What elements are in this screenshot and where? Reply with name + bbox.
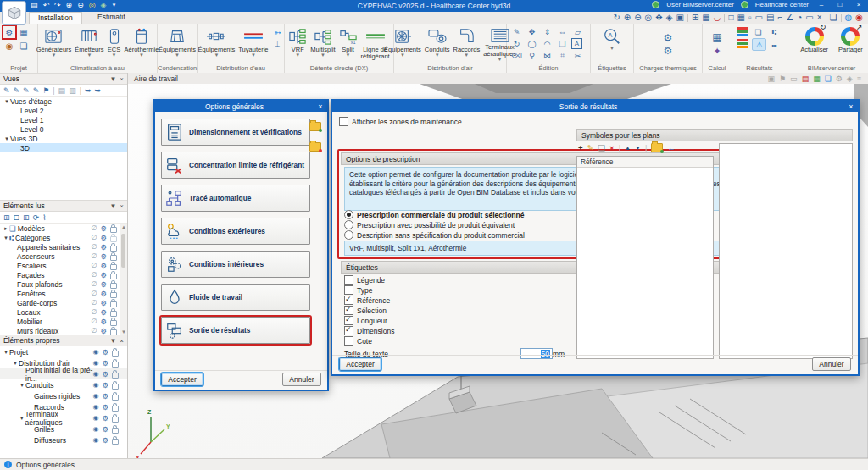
globe-icon[interactable]: ◍ <box>845 13 853 23</box>
gear-icon[interactable]: ⚙ <box>102 381 108 390</box>
visibility-icon[interactable]: ◉ <box>92 392 98 400</box>
app-logo[interactable] <box>2 1 26 25</box>
lock-icon[interactable] <box>110 255 117 261</box>
crop-icon[interactable]: ⌐ <box>777 13 782 23</box>
snap-grid-icon[interactable]: ⊞ <box>692 13 698 23</box>
align-h-icon[interactable]: ⇔ <box>556 26 569 37</box>
lock-icon[interactable] <box>110 311 117 317</box>
checkbox-icon[interactable] <box>344 306 353 315</box>
text-icon[interactable]: A <box>571 38 582 49</box>
orbit-icon[interactable]: ↻ <box>613 13 620 23</box>
visibility-icon[interactable]: ∅ <box>91 318 97 325</box>
pipe-riser-icon[interactable]: ⌶ <box>271 38 283 50</box>
checkbox-icon[interactable] <box>344 275 353 285</box>
gear-icon[interactable]: ⚙ <box>100 262 107 270</box>
ws-more-icon[interactable]: ≡ <box>857 75 861 83</box>
help-icon[interactable]: ◉ <box>855 13 863 23</box>
button-equipements-condensation[interactable]: Équipements▼ <box>158 25 197 63</box>
maintenance-checkbox-row[interactable]: Afficher les zones de maintenance <box>339 117 462 126</box>
radio-icon[interactable] <box>344 210 353 219</box>
warnings-icon[interactable]: ⚠ <box>752 38 766 51</box>
button-conditions-interieures[interactable]: Conditions intérieures <box>161 251 310 278</box>
scrollbar[interactable]: ▲▼ <box>120 224 127 335</box>
lock-icon[interactable] <box>112 439 119 445</box>
cancel-button[interactable]: Annuler <box>282 373 321 386</box>
match-icon[interactable]: ▱ <box>571 26 584 37</box>
visibility-icon[interactable]: ∅ <box>91 262 97 269</box>
comment-icon[interactable]: ▭ <box>805 13 813 23</box>
lock-icon[interactable] <box>110 274 117 279</box>
lock-icon[interactable] <box>112 395 119 401</box>
gear-icon[interactable]: ⚙ <box>102 359 108 368</box>
wizard-icon[interactable]: ✦ <box>711 45 723 57</box>
tree-item-category[interactable]: Garde-corps ∅⚙ <box>0 298 127 307</box>
dialog-titlebar[interactable]: Options générales × <box>155 101 327 112</box>
gear-icon[interactable]: ⚙ <box>102 436 108 445</box>
maximize-button[interactable]: □ <box>834 1 846 8</box>
button-actualiser[interactable]: ↻ Actualiser <box>799 25 829 63</box>
check-cote[interactable]: Cote <box>344 336 372 346</box>
tree-item-level0[interactable]: Level 0 <box>0 124 127 134</box>
circle-icon[interactable]: ◯ <box>526 38 538 49</box>
visibility-icon[interactable]: ◉ <box>92 348 98 356</box>
thermal-load-up-icon[interactable]: ⚙ <box>662 32 674 44</box>
rotate-icon[interactable]: ↻ <box>510 38 523 49</box>
radio-prescription-equivalent[interactable]: Prescription avec possibilité de produit… <box>344 220 515 229</box>
button-generateurs[interactable]: Générateurs▼ <box>36 25 73 63</box>
gear-icon[interactable]: ⚙ <box>102 392 108 401</box>
check-legende[interactable]: Légende <box>344 275 385 285</box>
grid-icon[interactable]: ▦ <box>737 13 745 23</box>
checkbox-icon[interactable] <box>344 316 353 325</box>
visibility-icon[interactable]: ∅ <box>91 290 97 297</box>
clock-icon[interactable]: ◔ <box>797 13 802 23</box>
lock-icon[interactable] <box>112 373 119 379</box>
visibility-icon[interactable]: ◉ <box>92 414 98 422</box>
stretch-icon[interactable]: ⌗ <box>556 50 569 61</box>
lock-icon[interactable] <box>110 246 117 252</box>
ws-grid-icon[interactable]: ▦ <box>813 75 821 83</box>
checkbox-icon[interactable] <box>344 336 353 346</box>
protractor-icon[interactable]: ∠ <box>786 13 793 23</box>
checkbox-icon[interactable] <box>344 326 353 335</box>
gear-icon[interactable]: ⚙ <box>100 327 107 335</box>
button-trace-automatique[interactable]: Tracé automatique <box>161 185 310 212</box>
previous-view-icon[interactable]: ◈ <box>666 13 673 23</box>
export-view-icon[interactable]: ▥ <box>69 86 76 95</box>
visibility-icon[interactable]: ◉ <box>92 436 98 444</box>
lock-icon[interactable] <box>112 351 119 357</box>
check-type[interactable]: Type <box>344 285 372 295</box>
collapse-panel-icon[interactable]: ▼ <box>109 202 116 210</box>
close-icon[interactable]: × <box>314 102 327 111</box>
checkbox-icon[interactable] <box>344 285 353 295</box>
results-bars2-icon[interactable] <box>736 38 748 49</box>
button-equipements-air[interactable]: Équipements▼ <box>383 25 422 63</box>
ws-camera-icon[interactable]: ▣ <box>768 75 776 83</box>
button-partager[interactable]: ↗ Partager <box>837 25 864 63</box>
tree-item-projet[interactable]: ▾Projet ◉⚙ <box>0 346 127 357</box>
export-config-folder-icon[interactable] <box>309 142 321 152</box>
lock-icon[interactable] <box>112 384 119 390</box>
gear-icon[interactable]: ⚙ <box>102 370 108 379</box>
tree-item-gaines-rigides[interactable]: Gaines rigides ◉⚙ <box>0 390 127 401</box>
button-ecs[interactable]: ECS▼ <box>107 25 122 63</box>
tree-item-category[interactable]: Faux plafonds ∅⚙ <box>0 279 127 289</box>
gear-icon[interactable]: ⚙ <box>100 280 107 289</box>
gear-icon[interactable]: ⚙ <box>100 290 107 298</box>
add-icon[interactable]: + <box>578 143 583 152</box>
visibility-icon[interactable]: ∅ <box>91 252 97 260</box>
general-options-icon[interactable]: ⚙ <box>3 26 15 38</box>
snap-object-icon[interactable]: ▦ <box>702 13 709 23</box>
user-label[interactable]: User BIMserver.center <box>666 1 734 8</box>
button-raccords[interactable]: Raccords▼ <box>452 25 481 63</box>
gear-icon[interactable]: ⚙ <box>102 414 108 423</box>
ws-ruler-icon[interactable]: ▭ <box>790 75 798 83</box>
visibility-icon[interactable]: ◉ <box>92 425 98 433</box>
dimension-icon[interactable]: ▤ <box>766 13 774 23</box>
tab-installation[interactable]: Installation <box>29 12 82 25</box>
tree-item-category[interactable]: Locaux ∅⚙ <box>0 307 127 317</box>
layout-icon[interactable]: ❏ <box>830 13 837 23</box>
tree-item-level2[interactable]: Level 2 <box>0 106 127 115</box>
erase-icon[interactable]: ⌫ <box>510 50 523 61</box>
symbols-list[interactable]: Référence <box>576 156 714 359</box>
go-prev-view-icon[interactable]: ➥ <box>85 86 92 95</box>
